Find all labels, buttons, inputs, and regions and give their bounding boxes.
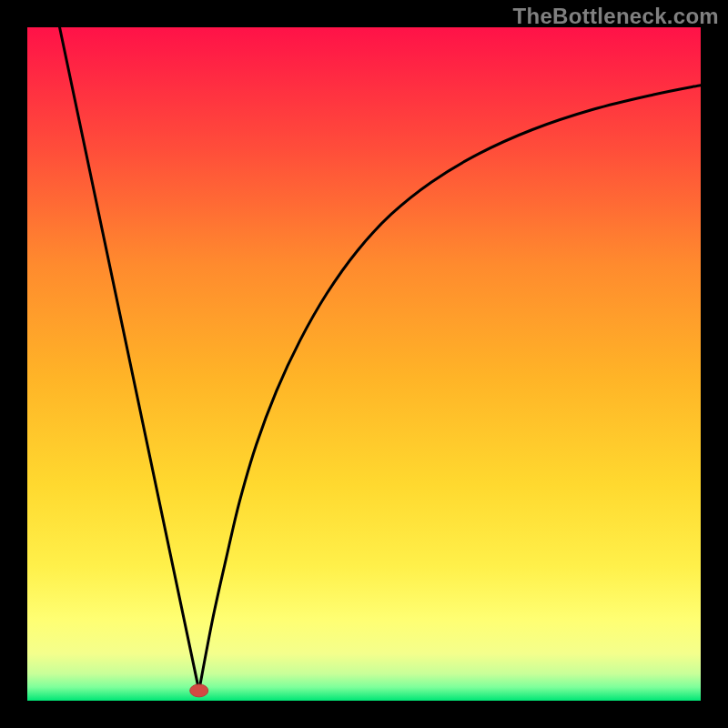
watermark-text: TheBottleneck.com [513,4,719,29]
chart-root: { "watermark": "TheBottleneck.com", "col… [0,0,728,728]
minimum-marker [190,684,208,697]
plot-background [27,27,701,701]
bottleneck-chart [27,27,701,701]
